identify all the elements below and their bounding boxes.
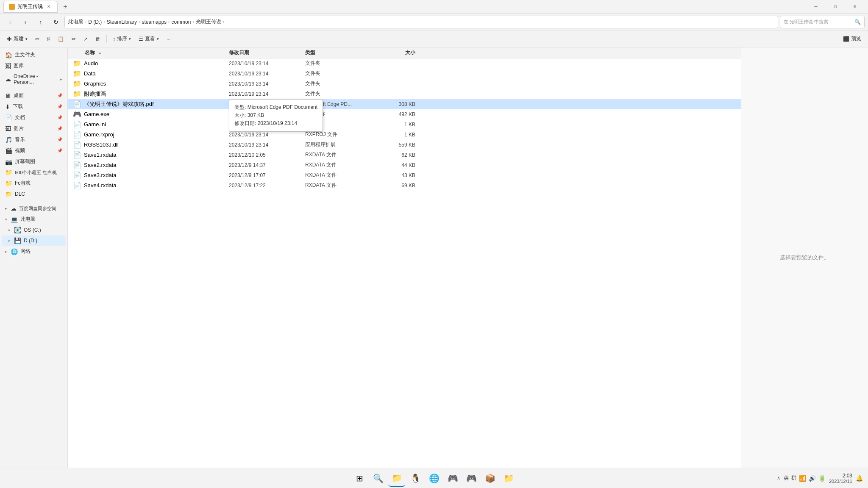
search-icon[interactable]: 🔍	[854, 19, 861, 25]
sidebar-item-desktop[interactable]: 🖥 桌面 📌	[2, 90, 66, 101]
breadcrumb-d[interactable]: D (D:)	[88, 19, 102, 25]
copy-button[interactable]: ⎘	[44, 34, 53, 44]
notification-icon[interactable]: 🔔	[856, 475, 863, 482]
taskbar-files-button[interactable]: 📁	[388, 470, 405, 487]
active-tab[interactable]: 光明王传说 ✕	[3, 1, 58, 13]
wifi-icon[interactable]: 📶	[799, 475, 806, 482]
new-tab-button[interactable]: +	[59, 1, 71, 13]
file-date: 2023/10/19 23:14	[229, 132, 305, 138]
sidebar-item-xiaobawang[interactable]: 📁 600个小霸王-红白机	[2, 167, 66, 177]
sidebar-item-fcgames[interactable]: 📁 Fc游戏	[2, 178, 66, 189]
file-size: 69 KB	[381, 183, 424, 189]
view-button[interactable]: ☰ 查看 ▾	[135, 33, 162, 44]
preview-button[interactable]: ⬛ 预览	[840, 33, 865, 44]
search-bar[interactable]: 在 光明王传说 中搜索 🔍	[780, 16, 865, 28]
sidebar-item-d[interactable]: ▸ 💾 D (D:)	[2, 236, 66, 246]
table-row[interactable]: 📄 《光明王传说》游戏攻略.pdf 2023/10/19 23:14 Micro…	[68, 99, 741, 109]
sidebar-item-docs[interactable]: 📄 文档 📌	[2, 112, 66, 123]
sort-button[interactable]: ↕ 排序 ▾	[109, 33, 134, 44]
file-name: Game.exe	[84, 111, 109, 117]
breadcrumb-common[interactable]: common	[171, 19, 191, 25]
paste-button[interactable]: 📋	[54, 34, 67, 44]
up-button[interactable]: ↑	[34, 15, 47, 29]
sidebar-item-downloads[interactable]: ⬇ 下载 📌	[2, 101, 66, 112]
baidu-icon: ☁	[11, 205, 17, 212]
taskbar-penguin-button[interactable]: 🐧	[407, 470, 424, 487]
file-type: RXDATA 文件	[305, 182, 381, 189]
table-row[interactable]: 📁 Data 2023/10/19 23:14 文件夹	[68, 69, 741, 79]
sidebar-item-network[interactable]: ▸ 🌐 网络	[2, 246, 66, 257]
sidebar-music-label: 音乐	[15, 136, 25, 143]
taskbar-folder-button[interactable]: 📁	[500, 470, 517, 487]
share-button[interactable]: ↗	[80, 34, 91, 44]
col-header-size[interactable]: 大小	[381, 49, 424, 56]
taskbar-browser-button[interactable]: 🌐	[426, 470, 442, 487]
sidebar-item-c[interactable]: ▸ 💽 OS (C:)	[2, 225, 66, 235]
table-row[interactable]: 📄 RGSS103J.dll 2023/10/19 23:14 应用程序扩展 5…	[68, 140, 741, 150]
sidebar-item-gallery[interactable]: 🖼 图库	[2, 61, 66, 71]
refresh-button[interactable]: ↻	[49, 15, 63, 29]
new-dropdown-icon: ▾	[25, 37, 28, 41]
file-type: RXPROJ 文件	[305, 131, 381, 138]
table-row[interactable]: 📁 Audio 2023/10/19 23:14 文件夹	[68, 58, 741, 69]
taskbar-clock[interactable]: 2:03 2023/12/11	[829, 473, 852, 484]
home-icon: 🏠	[5, 52, 12, 58]
col-header-date[interactable]: 修改日期	[229, 49, 305, 56]
file-type: RXDATA 文件	[305, 151, 381, 158]
breadcrumb-current[interactable]: 光明王传说	[196, 18, 221, 25]
table-row[interactable]: 📄 Game.rxproj 2023/10/19 23:14 RXPROJ 文件…	[68, 130, 741, 140]
sidebar-item-dlc[interactable]: 📁 DLC	[2, 189, 66, 199]
sidebar-item-screenshots[interactable]: 📷 屏幕截图	[2, 156, 66, 167]
sep2: ›	[103, 19, 105, 24]
more-button[interactable]: ···	[163, 34, 174, 44]
table-row[interactable]: 📄 Save2.rxdata 2023/12/9 14:37 RXDATA 文件…	[68, 160, 741, 170]
table-row[interactable]: 📁 Graphics 2023/10/19 23:14 文件夹	[68, 79, 741, 89]
onedrive-expand-icon: ▸	[60, 77, 62, 81]
lang1-label[interactable]: 英	[784, 474, 789, 482]
taskbar-search-button[interactable]: 🔍	[370, 470, 387, 487]
table-row[interactable]: 📄 Save4.rxdata 2023/12/9 17:22 RXDATA 文件…	[68, 180, 741, 191]
table-row[interactable]: 📄 Game.ini 2023/10/19 23:14 设置 1 KB	[68, 119, 741, 130]
maximize-button[interactable]: □	[826, 0, 845, 14]
sidebar-item-baidu[interactable]: ▸ ☁ 百度网盘同步空间	[2, 203, 66, 214]
sidebar-item-music[interactable]: 🎵 音乐 📌	[2, 134, 66, 145]
breadcrumb-computer[interactable]: 此电脑	[68, 18, 83, 25]
delete-button[interactable]: 🗑	[92, 34, 104, 44]
taskbar-arrow-icon[interactable]: ∧	[777, 475, 780, 481]
back-button[interactable]: ‹	[3, 15, 17, 29]
new-label: 新建	[14, 35, 24, 42]
new-button[interactable]: ✚ 新建 ▾	[3, 33, 31, 44]
file-date: 2023/10/19 23:14	[229, 81, 305, 87]
volume-icon[interactable]: 🔊	[809, 475, 816, 482]
folder-icon: 📁	[73, 69, 81, 78]
sidebar-item-thispc[interactable]: ▾ 💻 此电脑	[2, 214, 66, 225]
table-row[interactable]: 🎮 Game.exe 2023/10/19 23:14 应用程序 492 KB	[68, 109, 741, 119]
thispc-expand-icon: ▾	[5, 217, 7, 222]
cut-button[interactable]: ✂	[32, 34, 43, 44]
lang2-label[interactable]: 拼	[791, 474, 796, 482]
sys-icons: 英 拼 📶 🔊 🔋	[784, 474, 826, 482]
minimize-button[interactable]: ─	[806, 0, 826, 14]
taskbar-winrar-button[interactable]: 📦	[481, 470, 498, 487]
forward-button[interactable]: ›	[19, 15, 32, 29]
table-row[interactable]: 📁 附赠插画 2023/10/19 23:14 文件夹	[68, 89, 741, 99]
battery-icon[interactable]: 🔋	[818, 475, 826, 482]
close-button[interactable]: ✕	[845, 0, 865, 14]
table-row[interactable]: 📄 Save1.rxdata 2023/12/10 2:05 RXDATA 文件…	[68, 150, 741, 160]
taskbar-steam2-button[interactable]: 🎮	[463, 470, 480, 487]
breadcrumb-steam[interactable]: SteamLibrary	[107, 19, 137, 25]
rename-button[interactable]: ✏	[68, 34, 79, 44]
sidebar-item-home[interactable]: 🏠 主文件夹	[2, 50, 66, 60]
breadcrumb-bar[interactable]: 此电脑 › D (D:) › SteamLibrary › steamapps …	[64, 16, 778, 28]
sidebar-item-videos[interactable]: 🎬 视频 📌	[2, 145, 66, 156]
table-row[interactable]: 📄 Save3.rxdata 2023/12/9 17:07 RXDATA 文件…	[68, 170, 741, 180]
tab-close-button[interactable]: ✕	[45, 3, 52, 10]
taskbar-start-button[interactable]: ⊞	[351, 470, 368, 487]
col-header-type[interactable]: 类型	[305, 49, 381, 56]
sidebar-item-pictures[interactable]: 🖼 图片 📌	[2, 123, 66, 134]
taskbar-steam1-button[interactable]: 🎮	[444, 470, 461, 487]
breadcrumb-steamapps[interactable]: steamapps	[142, 19, 167, 25]
file-name: Save1.rxdata	[84, 152, 117, 158]
col-header-name[interactable]: 名称 ▲	[68, 49, 229, 56]
sidebar-item-onedrive[interactable]: ☁ OneDrive - Person... ▸	[2, 72, 66, 87]
